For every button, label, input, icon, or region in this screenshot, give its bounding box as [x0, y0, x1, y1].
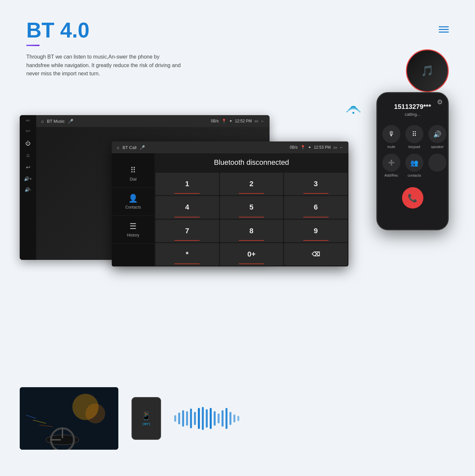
svg-rect-17 — [194, 412, 196, 425]
home-icon-call: ⌂ — [117, 145, 119, 150]
svg-rect-15 — [186, 411, 188, 426]
contacts2-icon: 👥 — [405, 154, 423, 172]
dial-4[interactable]: 4 — [155, 196, 219, 218]
mic-icon-call: 🎤 — [140, 145, 145, 150]
svg-rect-14 — [182, 410, 184, 427]
sound-wave — [174, 405, 455, 432]
empty-icon — [428, 154, 446, 172]
time-display: 12:52 PM — [235, 119, 252, 123]
home-icon-small: ⌂ — [41, 119, 44, 124]
page-title: BT 4.0 — [26, 20, 449, 41]
speaker-btn[interactable]: 🔊 speaker — [428, 125, 446, 149]
svg-rect-24 — [222, 410, 224, 427]
dial-9[interactable]: 9 — [284, 220, 347, 242]
statusbar-left: ⌂ BT Music 🎤 — [41, 119, 73, 124]
svg-rect-16 — [190, 409, 192, 428]
addcall-icon: ➕ — [382, 154, 400, 172]
svg-rect-19 — [202, 407, 204, 430]
svg-rect-20 — [206, 409, 208, 428]
nav-dial[interactable]: ⠿ Dial — [112, 160, 154, 188]
mute-btn[interactable]: 🎙 mute — [382, 125, 400, 149]
history-icon: ☰ — [130, 222, 137, 231]
hamburger-line-2 — [439, 29, 449, 30]
home-icon[interactable]: ⌂ — [26, 152, 30, 158]
header-section: BT 4.0 Through BT we can listen to music… — [26, 20, 449, 78]
call-statusbar: ⌂ BT Call 🎤 0B/s 📍 ✦ 12:53 PM ▭ ← — [112, 141, 348, 153]
vol-down-icon[interactable]: 🔊- — [25, 187, 31, 192]
hamburger-line-1 — [439, 26, 449, 27]
svg-point-0 — [352, 112, 354, 114]
contacts2-label: contacts — [408, 173, 421, 177]
contacts-icon: 👤 — [128, 194, 138, 203]
hamburger-line-3 — [439, 32, 449, 33]
bt-call-screen: ⌂ BT Call 🎤 0B/s 📍 ✦ 12:53 PM ▭ ← ⠿ Dial — [112, 141, 348, 266]
dial-2[interactable]: 2 — [220, 173, 283, 195]
dial-star[interactable]: * — [155, 243, 219, 265]
svg-point-4 — [85, 404, 105, 423]
calling-phone: ⚙ 15113279*** calling... 🎙 mute ⠿ keypad… — [376, 92, 449, 230]
bt-phone-icon: 📱 (·BT·) — [131, 397, 161, 440]
dial-6[interactable]: 6 — [284, 196, 347, 218]
end-call-btn[interactable]: 📞 — [402, 187, 423, 209]
svg-rect-13 — [178, 413, 180, 424]
nav-contacts[interactable]: 👤 Contacts — [112, 188, 154, 216]
call-time: 12:53 PM — [314, 145, 331, 150]
battery-icon: ▭ — [254, 119, 258, 123]
contacts-label: Contacts — [125, 205, 141, 210]
statusbar-right: 0B/s 📍 ✦ 12:52 PM ▭ ← — [211, 119, 265, 123]
rst-label: RST — [26, 130, 30, 132]
driving-photo — [20, 387, 118, 450]
call-sidebar: ⠿ Dial 👤 Contacts ☰ History — [112, 153, 154, 266]
bt-icon: ✦ — [229, 119, 232, 123]
call-signal: 0B/s — [290, 145, 298, 150]
call-location: 📍 — [300, 145, 305, 150]
dial-3[interactable]: 3 — [284, 173, 347, 195]
history-label: History — [127, 233, 139, 238]
addcall-label: Add/Rec — [384, 173, 398, 177]
speaker-label: speaker — [431, 145, 444, 149]
dial-7[interactable]: 7 — [155, 220, 219, 242]
call-actions: 🎙 mute ⠿ keypad 🔊 speaker ➕ Add/Rec 👥 co… — [382, 125, 443, 177]
svg-rect-25 — [226, 408, 227, 429]
bottom-area: 📱 (·BT·) — [20, 387, 455, 450]
bt-music-label: BT Music — [47, 119, 65, 124]
contacts2-btn[interactable]: 👥 contacts — [405, 154, 423, 177]
svg-rect-12 — [174, 415, 176, 422]
back-icon[interactable]: ↩ — [26, 164, 30, 170]
location-icon: 📍 — [222, 119, 226, 123]
mute-icon: 🎙 — [382, 125, 400, 143]
dial-label: Dial — [130, 177, 137, 182]
calling-number: 15113279*** — [394, 103, 431, 111]
title-underline — [26, 45, 39, 46]
back-btn[interactable]: ← — [261, 119, 265, 123]
bt-call-label: BT Call — [123, 145, 136, 150]
vol-up-icon[interactable]: 🔊+ — [24, 176, 32, 181]
speaker-icon: 🔊 — [428, 125, 446, 143]
svg-rect-26 — [229, 412, 231, 425]
call-bt: ✦ — [308, 145, 311, 150]
empty-btn — [428, 154, 446, 177]
dial-8[interactable]: 8 — [220, 220, 283, 242]
bt-status: Bluetooth disconnected — [154, 153, 348, 172]
signal-text: 0B/s — [211, 119, 219, 123]
call-back-btn[interactable]: ← — [340, 145, 344, 150]
mic-icon-small: 🎤 — [68, 119, 73, 124]
dial-backspace[interactable]: ⌫ — [284, 243, 347, 265]
keypad-btn[interactable]: ⠿ keypad — [405, 125, 423, 149]
settings-gear-icon[interactable]: ⚙ — [437, 98, 443, 106]
hamburger-menu[interactable] — [439, 26, 449, 33]
description-text: Through BT we can listen to music,An-swe… — [26, 53, 184, 78]
dial-0[interactable]: 0+ — [220, 243, 283, 265]
addcall-btn[interactable]: ➕ Add/Rec — [382, 154, 400, 177]
dialpad: 1 2 3 4 5 6 7 8 9 * 0+ ⌫ — [154, 172, 348, 266]
svg-rect-23 — [218, 413, 220, 423]
svg-rect-28 — [237, 416, 239, 421]
dial-5[interactable]: 5 — [220, 196, 283, 218]
svg-rect-22 — [214, 411, 216, 426]
dial-1[interactable]: 1 — [155, 173, 219, 195]
keypad-label: keypad — [409, 145, 420, 149]
mute-label: mute — [387, 145, 395, 149]
call-battery: ▭ — [333, 145, 337, 150]
nav-history[interactable]: ☰ History — [112, 216, 154, 244]
power-icon[interactable]: ⏻ — [25, 140, 31, 146]
